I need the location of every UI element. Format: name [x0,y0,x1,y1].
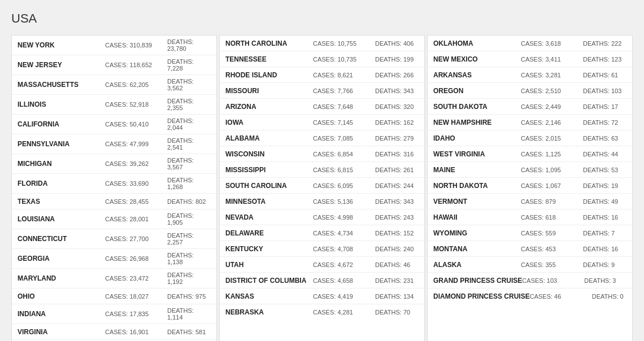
table-row: NEW JERSEYCASES: 118,652DEATHS: 7,228 [12,55,216,75]
state-name: NEW JERSEY [18,61,105,69]
state-name: WYOMING [433,229,521,237]
deaths-value: DEATHS: 7,228 [167,58,211,72]
deaths-value: DEATHS: 9 [583,261,615,268]
cases-value: CASES: 10,755 [313,40,375,47]
state-name: FLORIDA [18,180,105,187]
state-name: CALIFORNIA [18,120,105,128]
cases-value: CASES: 46 [530,293,592,300]
deaths-value: DEATHS: 1,114 [167,307,211,321]
deaths-value: DEATHS: 581 [167,329,206,335]
deaths-value: DEATHS: 240 [375,246,414,252]
table-row: VERMONTCASES: 879DEATHS: 49 [428,194,632,209]
state-name: WISCONSIN [225,150,313,158]
table-row: IDAHOCASES: 2,015DEATHS: 63 [428,130,632,146]
table-row: OREGONCASES: 2,510DEATHS: 103 [428,83,632,99]
cases-value: CASES: 4,419 [313,293,375,300]
state-name: MONTANA [433,245,521,253]
table-row: UTAHCASES: 4,672DEATHS: 46 [220,257,424,273]
cases-value: CASES: 879 [521,198,583,205]
table-row: SOUTH DAKOTACASES: 2,449DEATHS: 17 [428,99,632,115]
cases-value: CASES: 1,067 [521,182,583,189]
cases-value: CASES: 4,281 [313,309,375,316]
state-name: ARKANSAS [433,71,521,79]
state-name: CONNECTICUT [18,235,105,243]
cases-value: CASES: 27,700 [105,235,167,242]
cases-value: CASES: 39,262 [105,160,167,167]
cases-value: CASES: 7,766 [313,88,375,94]
state-name: MARYLAND [18,274,105,282]
deaths-value: DEATHS: 1,905 [167,212,211,226]
table-row: MINNESOTACASES: 5,136DEATHS: 343 [220,194,424,209]
table-row: NEW MEXICOCASES: 3,411DEATHS: 123 [428,51,632,67]
deaths-value: DEATHS: 406 [375,40,414,47]
table-row: SOUTH CAROLINACASES: 6,095DEATHS: 244 [220,178,424,194]
table-row: MISSOURICASES: 7,766DEATHS: 343 [220,83,424,99]
deaths-value: DEATHS: 2,541 [167,137,211,151]
table-row: TEXASCASES: 28,455DEATHS: 802 [12,194,216,209]
deaths-value: DEATHS: 17 [583,103,618,110]
deaths-value: DEATHS: 243 [375,214,414,221]
state-name: VIRGINIA [18,328,105,336]
state-name: NORTH CAROLINA [225,40,313,47]
state-name: NEVADA [225,213,313,221]
cases-value: CASES: 62,205 [105,81,167,88]
deaths-value: DEATHS: 123 [583,56,621,63]
state-name: IOWA [225,119,313,126]
table-row: ARIZONACASES: 7,648DEATHS: 320 [220,99,424,115]
cases-value: CASES: 10,735 [313,56,375,63]
column-3: OKLAHOMACASES: 3,618DEATHS: 222NEW MEXIC… [427,35,633,341]
table-row: KENTUCKYCASES: 4,708DEATHS: 240 [220,241,424,257]
table-row: MISSISSIPPICASES: 6,815DEATHS: 261 [220,162,424,178]
table-row: NEW HAMPSHIRECASES: 2,146DEATHS: 72 [428,115,632,130]
cases-value: CASES: 4,658 [313,277,375,284]
table-row: ALASKACASES: 355DEATHS: 9 [428,257,632,273]
cases-value: CASES: 33,690 [105,180,167,187]
table-row: ILLINOISCASES: 52,918DEATHS: 2,355 [12,95,216,115]
table-row: CONNECTICUTCASES: 27,700DEATHS: 2,257 [12,229,216,249]
cases-value: CASES: 28,455 [105,198,167,205]
deaths-value: DEATHS: 152 [375,230,414,237]
deaths-value: DEATHS: 343 [375,88,414,94]
state-name: KANSAS [225,292,313,300]
deaths-value: DEATHS: 343 [375,198,414,205]
table-row: FLORIDACASES: 33,690DEATHS: 1,268 [12,174,216,194]
table-row: PENNSYLVANIACASES: 47,999DEATHS: 2,541 [12,134,216,154]
deaths-value: DEATHS: 1,138 [167,252,211,265]
cases-value: CASES: 559 [521,230,583,237]
deaths-value: DEATHS: 19 [583,182,618,189]
cases-value: CASES: 7,145 [313,119,375,126]
state-name: PENNSYLVANIA [18,140,105,148]
state-name: VERMONT [433,198,521,206]
deaths-value: DEATHS: 103 [583,88,621,94]
cases-value: CASES: 4,708 [313,246,375,252]
table-row: GEORGIACASES: 26,968DEATHS: 1,138 [12,249,216,269]
cases-value: CASES: 2,510 [521,88,583,94]
state-name: NORTH DAKOTA [433,182,521,190]
table-row: RHODE ISLANDCASES: 8,621DEATHS: 266 [220,67,424,83]
cases-value: CASES: 26,968 [105,255,167,262]
deaths-value: DEATHS: 2,044 [167,117,211,131]
table-row: MONTANACASES: 453DEATHS: 16 [428,241,632,257]
cases-value: CASES: 618 [521,214,583,221]
deaths-value: DEATHS: 61 [583,72,618,78]
state-name: WEST VIRGINIA [433,150,521,158]
cases-value: CASES: 7,085 [313,135,375,142]
state-name: DIAMOND PRINCESS CRUISE [433,292,530,300]
deaths-value: DEATHS: 63 [583,135,618,142]
cases-value: CASES: 453 [521,246,583,252]
state-name: ILLINOIS [18,100,105,108]
deaths-value: DEATHS: 266 [375,72,414,78]
cases-value: CASES: 310,839 [105,42,167,49]
state-name: MASSACHUSETTS [18,81,105,89]
table-row: HAWAIICASES: 618DEATHS: 16 [428,209,632,225]
deaths-value: DEATHS: 261 [375,167,414,173]
cases-value: CASES: 7,648 [313,103,375,110]
cases-value: CASES: 4,998 [313,214,375,221]
cases-value: CASES: 4,672 [313,261,375,268]
column-2: NORTH CAROLINACASES: 10,755DEATHS: 406TE… [219,35,425,341]
state-name: MICHIGAN [18,160,105,168]
table-row: DISTRICT OF COLUMBIACASES: 4,658DEATHS: … [220,273,424,288]
state-name: SOUTH CAROLINA [225,182,313,190]
cases-value: CASES: 52,918 [105,101,167,108]
deaths-value: DEATHS: 7 [583,230,615,237]
